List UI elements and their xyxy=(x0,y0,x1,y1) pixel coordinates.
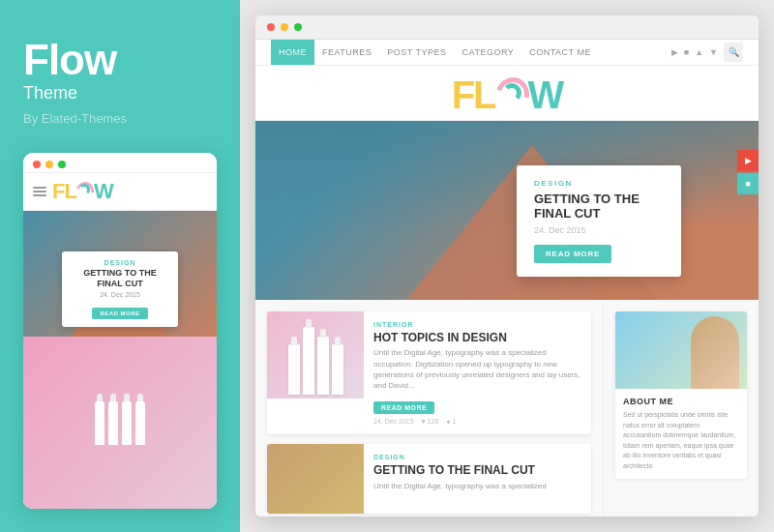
hero-card-date: 24. Dec 2015 xyxy=(534,225,664,235)
article-1-meta: 24. Dec 2015 ♥ 126 ● 1 xyxy=(373,418,581,425)
sidebar-floating-icons: ▶ ■ xyxy=(737,150,759,194)
article-1-comments: ● 1 xyxy=(446,418,456,425)
browser-window: HOME FEATURES POST TYPES CATEGORY CONTAC… xyxy=(255,15,759,517)
brand-subtitle: Theme xyxy=(23,83,217,103)
mobile-hero-image: DESIGN GETTING TO THE FINAL CUT 24. Dec … xyxy=(23,211,217,337)
article-2-image xyxy=(267,444,364,514)
bottle-2 xyxy=(108,401,118,445)
article-1-title: HOT TOPICS IN DESIGN xyxy=(373,331,581,344)
social-icon-2[interactable]: ■ xyxy=(737,173,759,194)
sidebar-column: ABOUT ME Sed ut perspiciatis unde omnis … xyxy=(604,300,759,517)
logo-f: FL xyxy=(52,179,76,204)
article-2-info: DESIGN GETTING TO THE FINAL CUT Until th… xyxy=(364,444,591,514)
desktop-content: DESIGN GETTING TO THE FINAL CUT 24. Dec … xyxy=(255,121,759,517)
twitter-icon[interactable]: ▲ xyxy=(695,47,703,57)
bottle-1 xyxy=(95,401,104,445)
mobile-hero-card: DESIGN GETTING TO THE FINAL CUT 24. Dec … xyxy=(62,251,178,327)
nav-link-post-types[interactable]: POST TYPES xyxy=(379,40,454,65)
article-1-excerpt: Until the Digital Age, typography was a … xyxy=(373,347,581,391)
article-1-info: INTERIOR HOT TOPICS IN DESIGN Until the … xyxy=(364,311,591,434)
desktop-wrapper: HOME FEATURES POST TYPES CATEGORY CONTAC… xyxy=(255,40,759,517)
article-card-2: DESIGN GETTING TO THE FINAL CUT Until th… xyxy=(267,444,591,514)
about-me-body: Sed ut perspiciatis unde omnis iste natu… xyxy=(623,410,739,471)
browser-minimize-dot[interactable] xyxy=(281,23,288,31)
right-panel: HOME FEATURES POST TYPES CATEGORY CONTAC… xyxy=(240,0,774,532)
close-dot xyxy=(33,161,41,168)
desktop-hero: DESIGN GETTING TO THE FINAL CUT 24. Dec … xyxy=(255,121,759,300)
brand-title: Flow xyxy=(23,39,217,81)
bottle-b xyxy=(303,327,314,395)
desktop-navbar: HOME FEATURES POST TYPES CATEGORY CONTAC… xyxy=(255,40,759,66)
mobile-read-more-button[interactable]: READ MORE xyxy=(92,308,147,319)
bottle-a xyxy=(288,344,300,395)
mobile-card-tag: DESIGN xyxy=(72,259,168,266)
mobile-card-title: GETTING TO THE FINAL CUT xyxy=(72,268,168,289)
left-panel: Flow Theme By Elated-Themes FL W xyxy=(0,0,240,532)
bottle-c xyxy=(317,337,329,395)
bottle-d xyxy=(332,344,343,395)
article-1-image xyxy=(267,311,364,399)
pinterest-icon[interactable]: ▶ xyxy=(671,47,678,57)
nav-link-category[interactable]: CATEGORY xyxy=(455,40,522,65)
logo-o xyxy=(76,181,94,202)
hamburger-icon[interactable] xyxy=(33,187,46,196)
person-silhouette xyxy=(691,316,739,389)
brand-author: By Elated-Themes xyxy=(23,111,217,126)
article-2-excerpt: Until the Digital Age, typography was a … xyxy=(373,481,581,491)
hero-card-desktop: DESIGN GETTING TO THE FINAL CUT 24. Dec … xyxy=(517,165,681,277)
bottle-group xyxy=(288,327,343,399)
bottle-3 xyxy=(122,401,132,445)
social-icon-1[interactable]: ▶ xyxy=(737,150,759,171)
article-1-likes: ♥ 126 xyxy=(422,418,439,425)
mobile-titlebar xyxy=(23,153,217,173)
bottle-4 xyxy=(135,401,145,445)
desktop-logo-fl: FL xyxy=(452,75,495,114)
article-2-title: GETTING TO THE FINAL CUT xyxy=(373,463,581,477)
minimize-dot xyxy=(45,161,53,168)
desktop-logo-area: FL W xyxy=(255,66,759,121)
desktop-logo: FL W xyxy=(452,75,563,114)
nav-link-features[interactable]: FEATURES xyxy=(314,40,379,65)
nav-links: HOME FEATURES POST TYPES CATEGORY CONTAC… xyxy=(271,40,599,65)
mobile-logo: FL W xyxy=(52,179,113,204)
mobile-preview-card: FL W DESIGN GETTING TO THE FINAL CUT 24.… xyxy=(23,153,217,509)
nav-link-contact[interactable]: CONTACT ME xyxy=(521,40,599,65)
article-card-1: INTERIOR HOT TOPICS IN DESIGN Until the … xyxy=(267,311,591,434)
three-column-layout: INTERIOR HOT TOPICS IN DESIGN Until the … xyxy=(255,300,759,517)
hero-card-tag: DESIGN xyxy=(534,179,664,188)
hero-read-more-button[interactable]: READ MORE xyxy=(534,245,611,263)
mobile-nav: FL W xyxy=(23,173,217,211)
article-1-tag: INTERIOR xyxy=(373,321,581,328)
mobile-bottom-image xyxy=(23,337,217,509)
instagram-icon[interactable]: ■ xyxy=(684,47,689,57)
search-icon[interactable]: 🔍 xyxy=(724,43,743,62)
about-me-widget: ABOUT ME Sed ut perspiciatis unde omnis … xyxy=(615,311,747,479)
mobile-content: DESIGN GETTING TO THE FINAL CUT 24. Dec … xyxy=(23,211,217,509)
nav-icons: ▶ ■ ▲ ▼ 🔍 xyxy=(671,43,743,62)
rss-icon[interactable]: ▼ xyxy=(709,47,718,57)
articles-column: INTERIOR HOT TOPICS IN DESIGN Until the … xyxy=(255,300,604,517)
browser-close-dot[interactable] xyxy=(267,23,275,31)
about-me-text: ABOUT ME Sed ut perspiciatis unde omnis … xyxy=(615,389,747,479)
desktop-logo-o xyxy=(495,75,528,114)
maximize-dot xyxy=(58,161,66,168)
about-me-title: ABOUT ME xyxy=(623,397,739,406)
desktop-logo-w: W xyxy=(528,75,563,114)
mobile-card-date: 24. Dec 2015 xyxy=(72,291,168,298)
article-1-date: 24. Dec 2015 xyxy=(373,418,414,425)
about-me-image xyxy=(615,311,747,389)
article-1-read-more-button[interactable]: READ MORE xyxy=(373,401,434,414)
logo-w: W xyxy=(94,179,113,204)
hero-card-title: GETTING TO THE FINAL CUT xyxy=(534,192,664,222)
browser-maximize-dot[interactable] xyxy=(294,23,302,31)
browser-titlebar xyxy=(255,15,759,40)
article-2-tag: DESIGN xyxy=(373,454,581,460)
nav-link-home[interactable]: HOME xyxy=(271,40,314,65)
